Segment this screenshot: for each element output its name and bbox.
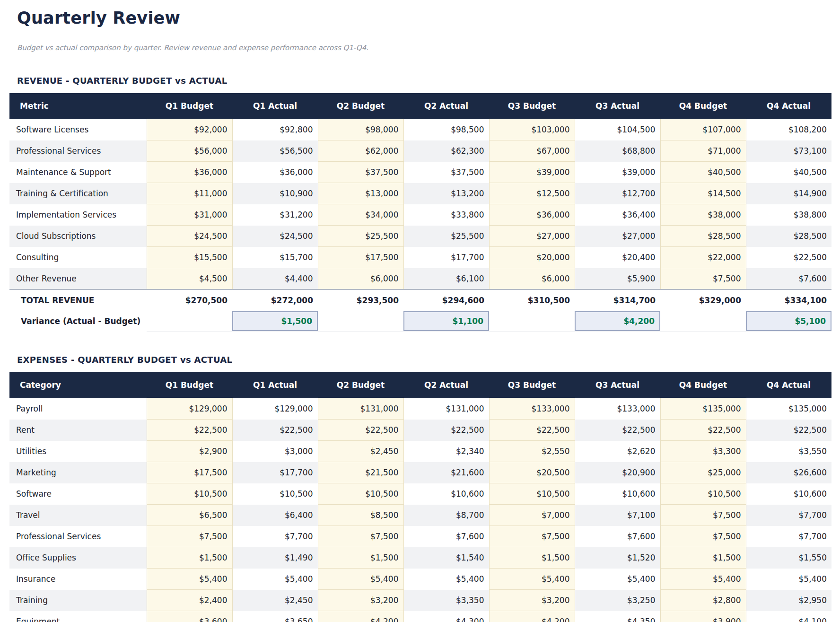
row-label: Other Revenue — [9, 268, 147, 290]
budget-value-cell: $3,300 — [660, 441, 746, 462]
actual-value-cell: $39,000 — [575, 162, 660, 183]
actual-value-cell: $22,500 — [746, 247, 831, 268]
budget-value-cell: $6,000 — [318, 268, 403, 290]
table-row: Travel$6,500$6,400$8,500$8,700$7,000$7,1… — [9, 505, 831, 526]
budget-value-cell: $3,200 — [318, 590, 403, 611]
actual-value-cell: $6,100 — [403, 268, 489, 290]
actual-value-cell: $7,700 — [746, 505, 831, 526]
row-label: Travel — [9, 505, 147, 526]
budget-value-cell: $62,000 — [318, 140, 403, 162]
actual-value-cell: $2,620 — [575, 441, 660, 462]
budget-value-cell: $98,000 — [318, 119, 403, 140]
budget-value-cell: $56,000 — [147, 140, 232, 162]
actual-value-cell: $22,500 — [403, 420, 489, 441]
variance-value-cell: $1,100 — [403, 311, 489, 332]
expenses-table: CategoryQ1 BudgetQ1 ActualQ2 BudgetQ2 Ac… — [9, 372, 831, 622]
actual-value-cell: $40,500 — [746, 162, 831, 183]
row-label: Cloud Subscriptions — [9, 226, 147, 247]
actual-value-cell: $31,200 — [232, 204, 318, 226]
budget-value-cell: $20,500 — [489, 462, 575, 483]
header-row: CategoryQ1 BudgetQ1 ActualQ2 BudgetQ2 Ac… — [9, 372, 831, 398]
actual-value-cell: $22,500 — [232, 420, 318, 441]
empty-cell — [147, 311, 232, 332]
budget-value-cell: $7,000 — [489, 505, 575, 526]
row-label: Office Supplies — [9, 547, 147, 569]
budget-value-cell: $71,000 — [660, 140, 746, 162]
actual-value-cell: $12,700 — [575, 183, 660, 204]
actual-value-cell: $13,200 — [403, 183, 489, 204]
actual-value-cell: $2,340 — [403, 441, 489, 462]
actual-value-cell: $3,350 — [403, 590, 489, 611]
actual-value-cell: $17,700 — [232, 462, 318, 483]
actual-value-cell: $10,500 — [232, 483, 318, 505]
variance-value-box: $4,200 — [575, 311, 660, 331]
table-row: Utilities$2,900$3,000$2,450$2,340$2,550$… — [9, 441, 831, 462]
budget-value-cell: $2,800 — [660, 590, 746, 611]
variance-row: Variance (Actual - Budget)$1,500$1,100$4… — [9, 311, 831, 332]
budget-value-cell: $7,500 — [660, 505, 746, 526]
table-row: Payroll$129,000$129,000$131,000$131,000$… — [9, 398, 831, 420]
actual-value-cell: $7,600 — [575, 526, 660, 547]
actual-value-cell: $36,000 — [232, 162, 318, 183]
actual-value-cell: $5,400 — [403, 569, 489, 590]
budget-value-cell: $14,500 — [660, 183, 746, 204]
budget-value-cell: $129,000 — [147, 398, 232, 420]
actual-value-cell: $7,600 — [403, 526, 489, 547]
actual-value-cell: $7,700 — [232, 526, 318, 547]
actual-value-cell: $98,500 — [403, 119, 489, 140]
budget-value-cell: $103,000 — [489, 119, 575, 140]
actual-value-cell: $5,400 — [232, 569, 318, 590]
budget-value-cell: $22,500 — [660, 420, 746, 441]
budget-value-cell: $22,000 — [660, 247, 746, 268]
column-header-q4-actual: Q4 Actual — [746, 372, 831, 398]
variance-value-cell: $1,500 — [232, 311, 318, 332]
actual-value-cell: $129,000 — [232, 398, 318, 420]
budget-value-cell: $3,200 — [489, 590, 575, 611]
total-value-cell: $329,000 — [660, 289, 746, 311]
actual-value-cell: $10,600 — [575, 483, 660, 505]
table-row: Training$2,400$2,450$3,200$3,350$3,200$3… — [9, 590, 831, 611]
table-row: Rent$22,500$22,500$22,500$22,500$22,500$… — [9, 420, 831, 441]
actual-value-cell: $17,700 — [403, 247, 489, 268]
row-label: Professional Services — [9, 140, 147, 162]
column-header-q3-actual: Q3 Actual — [575, 372, 660, 398]
total-value-cell: $272,000 — [232, 289, 318, 311]
total-value-cell: $293,500 — [318, 289, 403, 311]
budget-value-cell: $15,500 — [147, 247, 232, 268]
budget-value-cell: $31,000 — [147, 204, 232, 226]
actual-value-cell: $3,650 — [232, 611, 318, 622]
actual-value-cell: $133,000 — [575, 398, 660, 420]
budget-value-cell: $24,500 — [147, 226, 232, 247]
budget-value-cell: $11,000 — [147, 183, 232, 204]
row-label: Utilities — [9, 441, 147, 462]
budget-value-cell: $7,500 — [147, 526, 232, 547]
actual-value-cell: $33,800 — [403, 204, 489, 226]
budget-value-cell: $22,500 — [147, 420, 232, 441]
budget-value-cell: $92,000 — [147, 119, 232, 140]
budget-value-cell: $5,400 — [147, 569, 232, 590]
budget-value-cell: $135,000 — [660, 398, 746, 420]
table-row: Maintenance & Support$36,000$36,000$37,5… — [9, 162, 831, 183]
column-header-q1-budget: Q1 Budget — [147, 93, 232, 119]
actual-value-cell: $14,900 — [746, 183, 831, 204]
column-header-metric: Metric — [9, 93, 147, 119]
budget-value-cell: $2,400 — [147, 590, 232, 611]
budget-value-cell: $25,500 — [318, 226, 403, 247]
budget-value-cell: $10,500 — [489, 483, 575, 505]
budget-value-cell: $21,500 — [318, 462, 403, 483]
total-value-cell: $334,100 — [746, 289, 831, 311]
column-header-q4-budget: Q4 Budget — [660, 93, 746, 119]
column-header-q2-budget: Q2 Budget — [318, 372, 403, 398]
empty-cell — [660, 311, 746, 332]
row-label: Training & Certification — [9, 183, 147, 204]
total-value-cell: $310,500 — [489, 289, 575, 311]
budget-value-cell: $3,600 — [147, 611, 232, 622]
table-row: Professional Services$7,500$7,700$7,500$… — [9, 526, 831, 547]
actual-value-cell: $92,800 — [232, 119, 318, 140]
budget-value-cell: $4,500 — [147, 268, 232, 290]
actual-value-cell: $4,100 — [746, 611, 831, 622]
actual-value-cell: $2,950 — [746, 590, 831, 611]
table-row: Professional Services$56,000$56,500$62,0… — [9, 140, 831, 162]
page-title: Quarterly Review — [17, 9, 823, 27]
actual-value-cell: $4,300 — [403, 611, 489, 622]
